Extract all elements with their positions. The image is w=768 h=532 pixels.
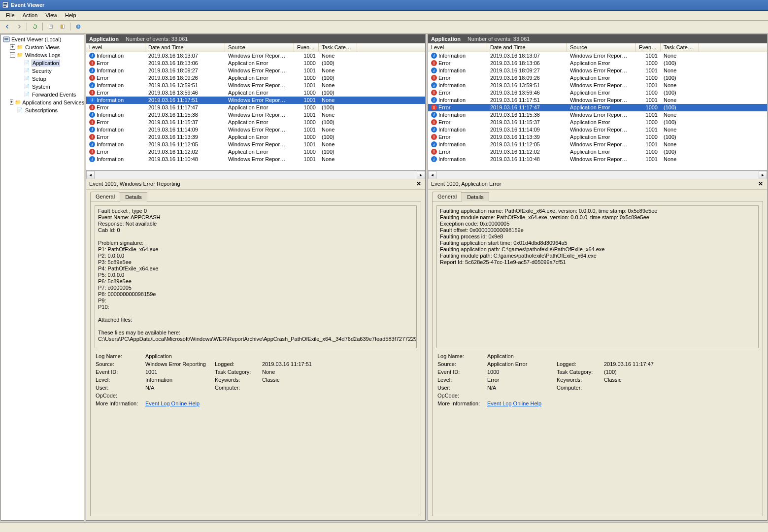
scroll-right-icon[interactable]: ► — [759, 171, 767, 179]
tab-details[interactable]: Details — [462, 192, 489, 201]
menu-file[interactable]: File — [2, 11, 19, 19]
navigation-tree[interactable]: Event Viewer (Local) + Custom Views − Wi… — [0, 34, 84, 521]
table-row[interactable]: Information2019.03.16 11:12:05Windows Er… — [428, 141, 767, 148]
table-row[interactable]: Error2019.03.16 18:13:06Application Erro… — [428, 60, 767, 67]
horizontal-scrollbar[interactable]: ◄► — [428, 170, 767, 179]
tab-content: Fault bucket , type 0 Event Name: APPCRA… — [90, 201, 421, 516]
info-icon — [431, 82, 437, 88]
event-description[interactable]: Fault bucket , type 0 Event Name: APPCRA… — [95, 205, 417, 348]
table-row[interactable]: Error2019.03.16 18:09:26Application Erro… — [86, 74, 425, 82]
menu-view[interactable]: View — [41, 11, 61, 19]
table-row[interactable]: Error2019.03.16 13:59:46Application Erro… — [428, 89, 767, 97]
table-row[interactable]: Error2019.03.16 11:17:47Application Erro… — [86, 104, 425, 111]
table-row[interactable]: Information2019.03.16 11:10:48Windows Er… — [428, 156, 767, 163]
cell-task: None — [319, 67, 357, 73]
table-row[interactable]: Information2019.03.16 11:17:51Windows Er… — [428, 97, 767, 104]
table-row[interactable]: Information2019.03.16 13:59:51Windows Er… — [86, 82, 425, 89]
col-header-eventid[interactable]: Event ID — [636, 43, 661, 52]
tree-item-security[interactable]: Security — [23, 67, 83, 75]
error-icon — [431, 149, 437, 155]
info-icon — [89, 127, 95, 133]
cell-task: None — [319, 141, 357, 147]
table-row[interactable]: Error2019.03.16 11:12:02Application Erro… — [428, 148, 767, 156]
properties-button[interactable] — [45, 22, 56, 32]
col-header-level[interactable]: Level — [428, 43, 487, 52]
table-row[interactable]: Error2019.03.16 11:13:39Application Erro… — [86, 133, 425, 141]
table-row[interactable]: Information2019.03.16 11:17:51Windows Er… — [86, 97, 425, 104]
tree-item-forwarded-events[interactable]: Forwarded Events — [23, 91, 83, 99]
table-row[interactable]: Information2019.03.16 11:15:38Windows Er… — [86, 111, 425, 119]
menu-help[interactable]: Help — [61, 11, 80, 19]
tab-details[interactable]: Details — [120, 192, 147, 201]
table-row[interactable]: Information2019.03.16 18:09:27Windows Er… — [428, 67, 767, 74]
table-row[interactable]: Error2019.03.16 11:12:02Application Erro… — [86, 148, 425, 156]
tree-root[interactable]: Event Viewer (Local) — [2, 35, 83, 43]
scroll-left-icon[interactable]: ◄ — [428, 171, 436, 179]
refresh-button[interactable] — [30, 22, 40, 32]
link-online-help[interactable]: Event Log Online Help — [487, 400, 541, 406]
table-row[interactable]: Information2019.03.16 13:59:51Windows Er… — [428, 82, 767, 89]
table-row[interactable]: Error2019.03.16 11:15:37Application Erro… — [86, 119, 425, 126]
col-header-date[interactable]: Date and Time — [487, 43, 567, 52]
tree-item-subscriptions[interactable]: Subscriptions — [16, 106, 83, 114]
table-row[interactable]: Information2019.03.16 11:15:38Windows Er… — [428, 111, 767, 119]
tab-general[interactable]: General — [90, 192, 120, 201]
expand-icon[interactable]: + — [10, 100, 13, 105]
table-row[interactable]: Information2019.03.16 11:14:09Windows Er… — [428, 126, 767, 133]
table-row[interactable]: Information2019.03.16 18:13:07Windows Er… — [428, 52, 767, 60]
table-row[interactable]: Information2019.03.16 18:13:07Windows Er… — [86, 52, 425, 60]
close-icon[interactable]: ✕ — [415, 180, 422, 187]
tree-item-apps-services-logs[interactable]: + Applications and Services Logs — [9, 99, 83, 106]
cell-eventid: 1001 — [636, 127, 661, 133]
value-eventid: 1001 — [145, 369, 212, 375]
tree-item-custom-views[interactable]: + Custom Views — [9, 43, 83, 51]
cell-date: 2019.03.16 13:59:51 — [487, 82, 567, 88]
horizontal-scrollbar[interactable]: ◄► — [86, 170, 425, 179]
error-icon — [89, 75, 95, 81]
tree-item-system[interactable]: System — [23, 83, 83, 91]
tree-item-setup[interactable]: Setup — [23, 75, 83, 83]
table-row[interactable]: Error2019.03.16 11:13:39Application Erro… — [428, 133, 767, 141]
col-header-date[interactable]: Date and Time — [145, 43, 225, 52]
scroll-right-icon[interactable]: ► — [417, 171, 425, 179]
table-row[interactable]: Information2019.03.16 11:12:05Windows Er… — [86, 141, 425, 148]
cell-level: Error — [97, 90, 108, 96]
view-button[interactable] — [57, 22, 68, 32]
table-row[interactable]: Error2019.03.16 11:17:47Application Erro… — [428, 104, 767, 111]
table-row[interactable]: Error2019.03.16 18:09:26Application Erro… — [428, 74, 767, 82]
table-row[interactable]: Error2019.03.16 11:15:37Application Erro… — [428, 119, 767, 126]
col-header-task[interactable]: Task Category — [661, 43, 699, 52]
collapse-icon[interactable]: − — [10, 52, 15, 58]
col-header-source[interactable]: Source — [225, 43, 294, 52]
col-header-level[interactable]: Level — [86, 43, 145, 52]
col-header-source[interactable]: Source — [567, 43, 636, 52]
scroll-left-icon[interactable]: ◄ — [86, 171, 95, 179]
table-row[interactable]: Error2019.03.16 18:13:06Application Erro… — [86, 60, 425, 67]
table-row[interactable]: Information2019.03.16 18:09:27Windows Er… — [86, 67, 425, 74]
menu-action[interactable]: Action — [19, 11, 42, 19]
info-icon — [89, 156, 95, 162]
cell-level: Information — [97, 112, 124, 118]
detail-pane-right: Event 1000, Application Error ✕ General … — [428, 179, 767, 520]
event-description[interactable]: Faulting application name: PathOfExile_x… — [436, 205, 759, 348]
event-list-left[interactable]: Information2019.03.16 18:13:07Windows Er… — [86, 52, 425, 170]
close-icon[interactable]: ✕ — [757, 180, 764, 187]
nav-back-button[interactable] — [2, 22, 13, 32]
cell-task: None — [319, 156, 357, 162]
toolbar-separator — [42, 23, 43, 31]
cell-level: Information — [438, 156, 466, 162]
tree-item-windows-logs[interactable]: − Windows Logs — [9, 51, 83, 59]
expand-icon[interactable]: + — [10, 44, 15, 50]
event-list-right[interactable]: Information2019.03.16 18:13:07Windows Er… — [428, 52, 767, 170]
nav-forward-button[interactable] — [14, 22, 25, 32]
help-button[interactable]: ? — [73, 22, 84, 32]
cell-level: Error — [97, 134, 108, 140]
link-online-help[interactable]: Event Log Online Help — [145, 400, 200, 406]
tree-item-application[interactable]: Application — [23, 59, 83, 67]
table-row[interactable]: Information2019.03.16 11:14:09Windows Er… — [86, 126, 425, 133]
table-row[interactable]: Information2019.03.16 11:10:48Windows Er… — [86, 156, 425, 163]
table-row[interactable]: Error2019.03.16 13:59:46Application Erro… — [86, 89, 425, 97]
col-header-eventid[interactable]: Event ID — [294, 43, 319, 52]
tab-general[interactable]: General — [432, 192, 462, 201]
col-header-task[interactable]: Task Category — [319, 43, 357, 52]
